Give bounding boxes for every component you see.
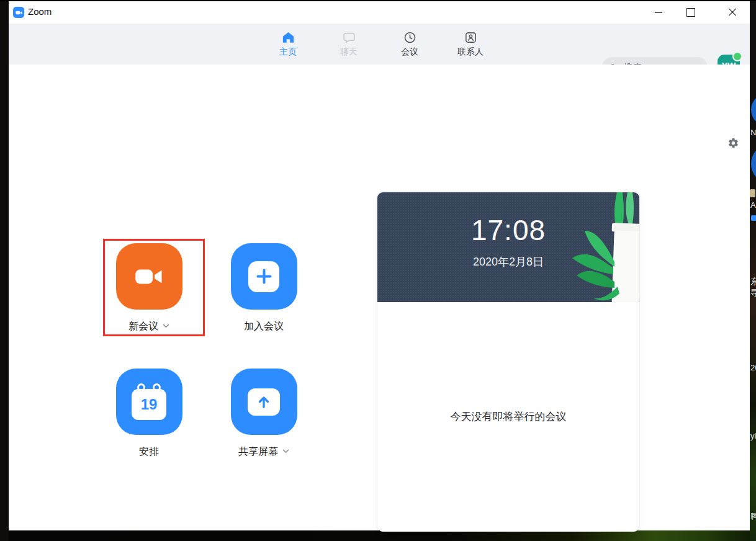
tab-label: 会议 [401,47,418,57]
meetings-card: 17:08 2020年2月8日 今天没有即将举行的会议 [377,192,640,532]
video-camera-icon [131,259,167,295]
calendar-day: 19 [141,396,158,413]
tab-home[interactable]: 主页 [268,30,308,65]
main-content: 新会议 加入会议 [9,65,750,530]
maximize-button[interactable] [678,1,704,24]
minimize-icon [655,12,662,13]
tab-label: 联系人 [457,47,484,57]
close-icon [728,8,737,17]
plus-icon [248,261,279,292]
schedule-button[interactable]: 19 安排 [98,369,200,457]
tab-chat[interactable]: 聊天 [329,30,369,65]
new-meeting-button[interactable]: 新会议 [98,243,200,332]
plant-illustration [557,192,639,302]
calendar-ring [153,383,161,391]
tab-label: 聊天 [340,47,358,57]
desktop-icon-fragment [751,215,756,221]
nav-bar: 主页 聊天 会议 联系人 [9,24,750,65]
desktop-fragment-text: 东 [750,277,756,285]
join-meeting-label: 加入会议 [244,320,284,332]
desktop-fragment-text: 腾 [750,512,756,520]
home-icon [281,30,295,45]
join-meeting-tile [231,243,297,310]
share-screen-button[interactable]: 共享屏幕 [213,369,315,457]
desktop-edge-left [0,0,9,541]
maximize-icon [686,8,695,17]
contacts-icon [464,30,478,45]
share-screen-tile [231,369,297,435]
desktop-fragment-text: yi [750,432,756,440]
schedule-tile: 19 [116,369,182,435]
share-screen-arrow-icon [248,388,280,416]
settings-button[interactable] [724,134,742,151]
current-time: 17:08 [377,215,639,246]
new-meeting-label: 新会议 [128,320,158,332]
calendar-ring [137,383,145,391]
desktop-icon-fragment [750,189,755,197]
zoom-logo-icon [13,7,24,18]
desktop-fragment-text: 导 [750,288,756,297]
minimize-button[interactable] [646,1,672,24]
close-button[interactable] [719,1,745,24]
share-screen-label: 共享屏幕 [238,445,278,457]
meetings-card-body: 今天没有即将举行的会议 [377,302,639,531]
desktop-icon-fragment [751,145,756,182]
no-meetings-message: 今天没有即将举行的会议 [451,409,567,424]
tab-label: 主页 [279,47,297,57]
new-meeting-tile [116,243,182,310]
current-date: 2020年2月8日 [377,254,639,269]
meetings-clock-icon [403,30,417,45]
desktop-icon-fragment [751,93,756,127]
window-title: Zoom [28,6,52,17]
join-meeting-button[interactable]: 加入会议 [213,243,315,332]
chevron-down-icon[interactable] [163,324,169,328]
tab-meetings[interactable]: 会议 [390,30,430,65]
zoom-window: Zoom 主页 聊天 会议 [9,1,750,530]
desktop-edge-right: N A 东 导 20 yi 腾 [750,0,756,541]
calendar-icon: 19 [132,389,166,420]
desktop-fragment-text: A [750,201,756,209]
meetings-card-header: 17:08 2020年2月8日 [377,192,639,302]
desktop-edge-bottom [9,530,750,541]
online-status-dot [732,51,742,61]
chat-icon [342,30,356,45]
desktop-fragment-text: N [750,128,756,136]
chevron-down-icon[interactable] [282,449,289,454]
title-bar: Zoom [9,1,750,24]
gear-icon [727,137,739,149]
tab-contacts[interactable]: 联系人 [451,30,490,65]
desktop-fragment-text: 20 [750,364,756,372]
schedule-label: 安排 [139,445,159,457]
